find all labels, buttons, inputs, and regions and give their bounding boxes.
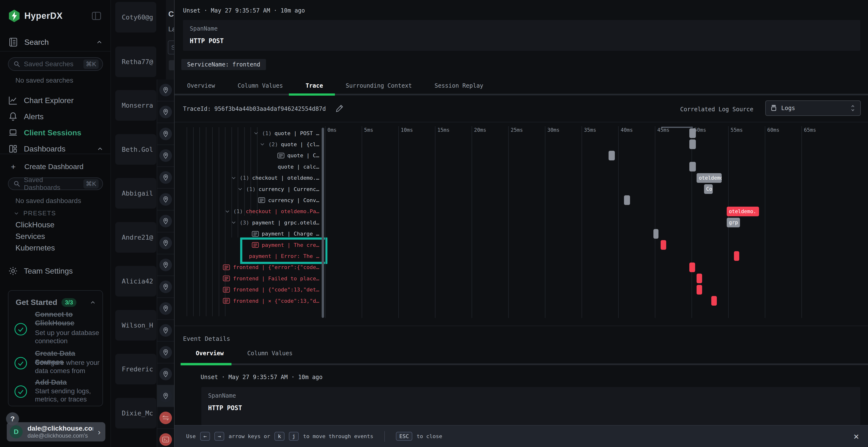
preset-link-kubernetes[interactable]: Kubernetes bbox=[16, 243, 55, 252]
k-key[interactable]: k bbox=[274, 432, 284, 441]
chevron-down-icon[interactable] bbox=[237, 186, 243, 192]
location-pin-icon[interactable] bbox=[159, 346, 172, 358]
trace-span-bar[interactable]: oteldemo. bbox=[696, 173, 721, 183]
trace-span-bar[interactable] bbox=[609, 151, 615, 161]
trace-span-bar[interactable] bbox=[689, 128, 696, 138]
trace-span-row[interactable]: quote | C… bbox=[184, 150, 319, 161]
trace-span-row[interactable]: currency | Conv… bbox=[184, 195, 319, 206]
session-list-item[interactable]: Retha77@ bbox=[115, 46, 156, 77]
sidebar-item-chart-explorer[interactable]: Chart Explorer bbox=[0, 93, 111, 108]
session-event-row[interactable] bbox=[157, 101, 174, 123]
left-arrow-key[interactable]: ← bbox=[200, 432, 210, 441]
session-event-row[interactable] bbox=[157, 232, 174, 254]
session-event-row[interactable] bbox=[157, 298, 174, 320]
collapse-sidebar-icon[interactable] bbox=[90, 9, 103, 23]
trace-span-row[interactable]: (1)currency | Currenc… bbox=[184, 183, 319, 195]
session-event-row[interactable] bbox=[157, 320, 174, 342]
tab-column-values[interactable]: Column Values bbox=[247, 350, 293, 357]
tab-surrounding-context[interactable]: Surrounding Context bbox=[346, 82, 412, 89]
sidebar-section-search[interactable]: Search bbox=[8, 36, 103, 48]
session-event-row[interactable] bbox=[157, 276, 174, 298]
user-menu[interactable]: D dale@clickhouse.com dale@clickhouse.co… bbox=[7, 422, 105, 442]
chevron-up-icon[interactable] bbox=[96, 145, 104, 152]
terminal-icon[interactable] bbox=[159, 433, 172, 446]
trace-span-bar[interactable] bbox=[689, 263, 695, 272]
session-list-item[interactable]: Beth.Gol bbox=[115, 134, 156, 165]
waterfall-vertical-scrollbar[interactable] bbox=[322, 128, 324, 318]
service-name-chip[interactable]: ServiceName: frontend bbox=[181, 59, 266, 70]
trace-span-row[interactable]: (1)checkout | oteldemo.Pa… bbox=[184, 206, 319, 217]
trace-span-bar[interactable] bbox=[696, 274, 702, 283]
session-list-item[interactable]: Wilson_H bbox=[115, 310, 156, 341]
location-pin-icon[interactable] bbox=[159, 302, 172, 315]
tab-overview[interactable]: Overview bbox=[187, 82, 215, 89]
location-pin-icon[interactable] bbox=[159, 237, 172, 249]
trace-span-row[interactable]: quote | calc… bbox=[184, 161, 319, 172]
session-event-row[interactable] bbox=[157, 254, 174, 276]
trace-span-row[interactable]: frontend | {"error":{"code… bbox=[184, 262, 319, 273]
trace-span-row[interactable]: (3)payment | grpc.oteld… bbox=[184, 217, 319, 228]
session-list-item[interactable]: Dixie_Mc bbox=[115, 398, 156, 428]
location-pin-icon[interactable] bbox=[159, 149, 172, 162]
trace-span-row[interactable]: payment | The cre… bbox=[184, 239, 319, 250]
session-event-row[interactable] bbox=[157, 145, 174, 167]
session-event-row[interactable] bbox=[157, 79, 174, 101]
sidebar-item-alerts[interactable]: Alerts bbox=[0, 109, 111, 124]
j-key[interactable]: j bbox=[289, 432, 299, 441]
trace-span-bar[interactable]: Co bbox=[704, 184, 713, 194]
tab-session-replay[interactable]: Session Replay bbox=[434, 82, 483, 89]
trace-span-row[interactable]: frontend | × {"code":13,"d… bbox=[184, 295, 319, 306]
chevron-down-icon[interactable] bbox=[230, 219, 237, 226]
session-event-row[interactable] bbox=[157, 167, 174, 189]
trace-span-bar[interactable] bbox=[624, 195, 630, 205]
session-event-row[interactable] bbox=[157, 210, 174, 232]
trace-span-row[interactable]: payment | Error: The … bbox=[184, 250, 319, 262]
tab-overview[interactable]: Overview bbox=[196, 350, 224, 357]
get-started-item-title[interactable]: Add Data bbox=[35, 378, 100, 386]
session-list-item[interactable]: Frederic bbox=[115, 354, 156, 384]
saved-dashboards-input[interactable]: Saved Dashboards ⌘K bbox=[8, 177, 103, 190]
esc-key[interactable]: ESC bbox=[396, 432, 412, 441]
chevron-down-icon[interactable] bbox=[259, 141, 266, 147]
preset-link-clickhouse[interactable]: ClickHouse bbox=[16, 220, 55, 229]
chevron-down-icon[interactable] bbox=[230, 175, 237, 181]
session-error-event-row[interactable] bbox=[157, 429, 174, 447]
session-list-item[interactable]: Alicia42 bbox=[115, 266, 156, 297]
sidebar-item-dashboards[interactable]: Dashboards bbox=[0, 141, 111, 157]
location-pin-icon[interactable] bbox=[159, 193, 172, 206]
sidebar-item-client-sessions[interactable]: Client Sessions bbox=[0, 125, 111, 140]
tab-column-values[interactable]: Column Values bbox=[238, 82, 283, 89]
trace-span-bar[interactable] bbox=[653, 229, 658, 239]
edit-icon[interactable] bbox=[335, 104, 344, 113]
location-pin-icon[interactable] bbox=[159, 390, 172, 402]
chevron-down-icon[interactable] bbox=[224, 208, 230, 215]
presets-toggle[interactable]: PRESETS bbox=[13, 209, 56, 217]
preset-link-services[interactable]: Services bbox=[16, 232, 45, 241]
trace-span-row[interactable]: (1)checkout | oteldemo.… bbox=[184, 172, 319, 183]
close-icon[interactable]: ✕ bbox=[853, 433, 859, 441]
sidebar-item-team-settings[interactable]: Team Settings bbox=[8, 265, 103, 277]
trace-span-bar[interactable] bbox=[734, 251, 739, 261]
trace-span-row[interactable]: (1)quote | POST … bbox=[184, 128, 319, 139]
trace-span-row[interactable]: frontend | {"code":13,"det… bbox=[184, 284, 319, 295]
location-pin-icon[interactable] bbox=[159, 84, 172, 96]
trace-span-row[interactable]: frontend | Failed to place… bbox=[184, 273, 319, 284]
correlated-log-source-select[interactable]: Logs bbox=[765, 100, 861, 116]
session-event-row[interactable] bbox=[157, 342, 174, 364]
trace-span-row[interactable]: payment | Charge … bbox=[184, 228, 319, 239]
session-event-row[interactable] bbox=[157, 188, 174, 210]
location-pin-icon[interactable] bbox=[159, 324, 172, 337]
trace-span-bar[interactable] bbox=[711, 296, 717, 306]
trace-span-bar[interactable]: grp bbox=[727, 218, 740, 227]
location-pin-icon[interactable] bbox=[159, 281, 172, 293]
session-event-row[interactable] bbox=[157, 123, 174, 145]
trace-span-bar[interactable] bbox=[689, 162, 696, 171]
tab-trace[interactable]: Trace bbox=[306, 82, 323, 89]
session-list-item[interactable]: Abbigail bbox=[115, 178, 156, 209]
swap-arrows-icon[interactable] bbox=[159, 412, 172, 424]
location-pin-icon[interactable] bbox=[159, 106, 172, 118]
session-list-item[interactable]: Monserra bbox=[115, 90, 156, 121]
chevron-up-icon[interactable] bbox=[89, 299, 96, 306]
waterfall-horizontal-scrollbar[interactable] bbox=[661, 127, 693, 128]
session-error-event-row[interactable] bbox=[157, 407, 174, 429]
